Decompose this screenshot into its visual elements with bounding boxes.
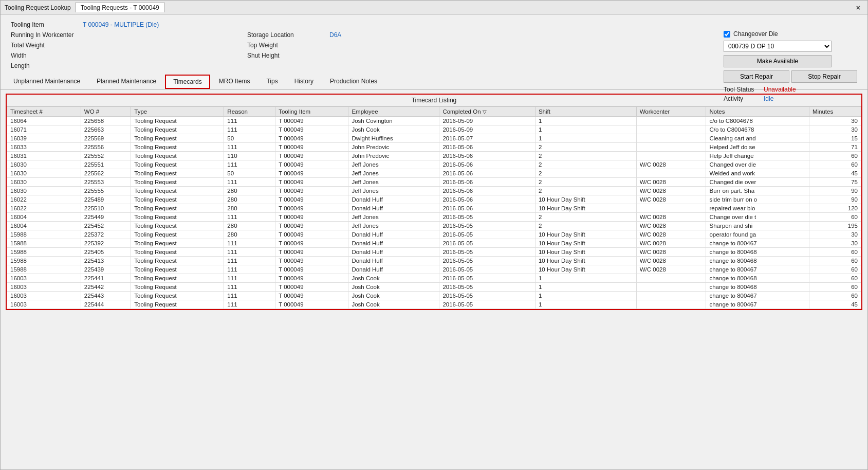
- table-cell-9: C/o to C8004678: [706, 125, 809, 134]
- table-cell-1: 225443: [81, 292, 131, 300]
- table-cell-6: 2016-05-05: [439, 265, 535, 274]
- table-cell-1: 225562: [81, 169, 131, 178]
- table-row[interactable]: 16030225553Tooling Request111T 000049Jef…: [7, 178, 861, 187]
- tab-timecards[interactable]: Timecards: [165, 75, 210, 89]
- col-reason[interactable]: Reason: [224, 107, 275, 117]
- col-wo[interactable]: WO #: [81, 107, 131, 117]
- stop-repair-button[interactable]: Stop Repair: [791, 70, 857, 83]
- table-cell-3: 111: [224, 143, 275, 152]
- table-cell-2: Tooling Request: [131, 257, 224, 265]
- table-cell-0: 15988: [7, 230, 81, 239]
- table-cell-2: Tooling Request: [131, 230, 224, 239]
- col-workcenter[interactable]: Workcenter: [636, 107, 706, 117]
- top-weight-label: Top Weight: [247, 42, 329, 49]
- table-cell-10: 90: [809, 187, 861, 195]
- table-cell-6: 2016-05-05: [439, 274, 535, 283]
- tab-history[interactable]: History: [287, 75, 321, 89]
- table-row[interactable]: 16003225442Tooling Request111T 000049Jos…: [7, 283, 861, 292]
- table-row[interactable]: 16039225569Tooling Request50T 000049Dwig…: [7, 134, 861, 143]
- tab-mro-items[interactable]: MRO Items: [211, 75, 258, 89]
- table-row[interactable]: 16031225552Tooling Request110T 000049Joh…: [7, 152, 861, 160]
- table-row[interactable]: 16004225452Tooling Request280T 000049Jef…: [7, 222, 861, 230]
- table-cell-9: Help Jeff change: [706, 152, 809, 160]
- table-row[interactable]: 16071225663Tooling Request111T 000049Jos…: [7, 125, 861, 134]
- table-row[interactable]: 16003225444Tooling Request111T 000049Jos…: [7, 300, 861, 309]
- table-row[interactable]: 16033225556Tooling Request111T 000049Joh…: [7, 143, 861, 152]
- title-tab[interactable]: Tooling Requests - T 000049: [75, 3, 165, 12]
- table-cell-5: Donald Huff: [348, 265, 439, 274]
- table-row[interactable]: 16003225441Tooling Request111T 000049Jos…: [7, 274, 861, 283]
- table-cell-0: 16064: [7, 117, 81, 125]
- table-cell-0: 16003: [7, 283, 81, 292]
- col-completed-on[interactable]: Completed On ▽: [439, 107, 535, 117]
- table-cell-3: 280: [224, 195, 275, 204]
- changeover-checkbox[interactable]: [724, 31, 730, 38]
- make-available-button[interactable]: Make Available: [724, 55, 832, 67]
- table-row[interactable]: 16022225510Tooling Request280T 000049Don…: [7, 204, 861, 213]
- table-cell-6: 2016-05-06: [439, 187, 535, 195]
- table-cell-8: [636, 134, 706, 143]
- table-cell-10: 90: [809, 195, 861, 204]
- table-cell-5: Jeff Jones: [348, 213, 439, 222]
- table-cell-6: 2016-05-06: [439, 160, 535, 169]
- table-cell-4: T 000049: [275, 134, 348, 143]
- table-cell-8: W/C 0028: [636, 222, 706, 230]
- table-row[interactable]: 16030225562Tooling Request50T 000049Jeff…: [7, 169, 861, 178]
- table-row[interactable]: 15988225405Tooling Request111T 000049Don…: [7, 248, 861, 257]
- table-row[interactable]: 16022225489Tooling Request280T 000049Don…: [7, 195, 861, 204]
- table-cell-1: 225555: [81, 187, 131, 195]
- table-row[interactable]: 16004225449Tooling Request111T 000049Jef…: [7, 213, 861, 222]
- table-cell-10: 45: [809, 300, 861, 309]
- tab-production-notes[interactable]: Production Notes: [322, 75, 385, 89]
- table-cell-2: Tooling Request: [131, 160, 224, 169]
- col-shift[interactable]: Shift: [535, 107, 636, 117]
- table-cell-1: 225372: [81, 230, 131, 239]
- table-cell-9: change to 800468: [706, 257, 809, 265]
- tool-status-value: Unavailable: [764, 86, 796, 93]
- table-cell-2: Tooling Request: [131, 117, 224, 125]
- table-row[interactable]: 16030225551Tooling Request111T 000049Jef…: [7, 160, 861, 169]
- table-cell-7: 2: [535, 178, 636, 187]
- table-cell-0: 16003: [7, 274, 81, 283]
- col-type[interactable]: Type: [131, 107, 224, 117]
- table-row[interactable]: 15988225439Tooling Request111T 000049Don…: [7, 265, 861, 274]
- tab-tips[interactable]: Tips: [258, 75, 285, 89]
- table-cell-2: Tooling Request: [131, 187, 224, 195]
- start-repair-button[interactable]: Start Repair: [724, 70, 789, 83]
- width-label: Width: [11, 52, 83, 59]
- table-cell-3: 50: [224, 169, 275, 178]
- col-notes[interactable]: Notes: [706, 107, 809, 117]
- col-timesheet[interactable]: Timesheet #: [7, 107, 81, 117]
- close-button[interactable]: ×: [853, 4, 863, 12]
- table-cell-6: 2016-05-07: [439, 134, 535, 143]
- table-cell-10: 30: [809, 117, 861, 125]
- table-cell-8: W/C 0028: [636, 213, 706, 222]
- tab-planned-maintenance[interactable]: Planned Maintenance: [89, 75, 164, 89]
- col-tooling-item[interactable]: Tooling Item: [275, 107, 348, 117]
- table-cell-3: 50: [224, 134, 275, 143]
- table-cell-9: c/o to C8004678: [706, 117, 809, 125]
- table-cell-0: 15988: [7, 257, 81, 265]
- table-cell-4: T 000049: [275, 117, 348, 125]
- table-row[interactable]: 16064225658Tooling Request111T 000049Jos…: [7, 117, 861, 125]
- table-cell-7: 2: [535, 222, 636, 230]
- table-cell-5: Dwight Huffines: [348, 134, 439, 143]
- table-row[interactable]: 16003225443Tooling Request111T 000049Jos…: [7, 292, 861, 300]
- table-row[interactable]: 15988225392Tooling Request111T 000049Don…: [7, 239, 861, 248]
- table-row[interactable]: 15988225413Tooling Request111T 000049Don…: [7, 257, 861, 265]
- table-cell-9: repaired wear blo: [706, 204, 809, 213]
- table-cell-10: 30: [809, 230, 861, 239]
- tab-unplanned-maintenance[interactable]: Unplanned Maintenance: [6, 75, 88, 89]
- workcenter-dropdown[interactable]: 000739 D OP 10: [724, 41, 832, 52]
- table-row[interactable]: 15988225372Tooling Request280T 000049Don…: [7, 230, 861, 239]
- table-cell-10: 60: [809, 248, 861, 257]
- table-row[interactable]: 16030225555Tooling Request280T 000049Jef…: [7, 187, 861, 195]
- table-container[interactable]: Timesheet # WO # Type Reason Tooling Ite…: [7, 106, 861, 309]
- col-employee[interactable]: Employee: [348, 107, 439, 117]
- table-cell-4: T 000049: [275, 222, 348, 230]
- col-minutes[interactable]: Minutes: [809, 107, 861, 117]
- table-cell-9: operator found ga: [706, 230, 809, 239]
- table-cell-5: Josh Cook: [348, 125, 439, 134]
- table-cell-4: T 000049: [275, 160, 348, 169]
- table-cell-3: 111: [224, 239, 275, 248]
